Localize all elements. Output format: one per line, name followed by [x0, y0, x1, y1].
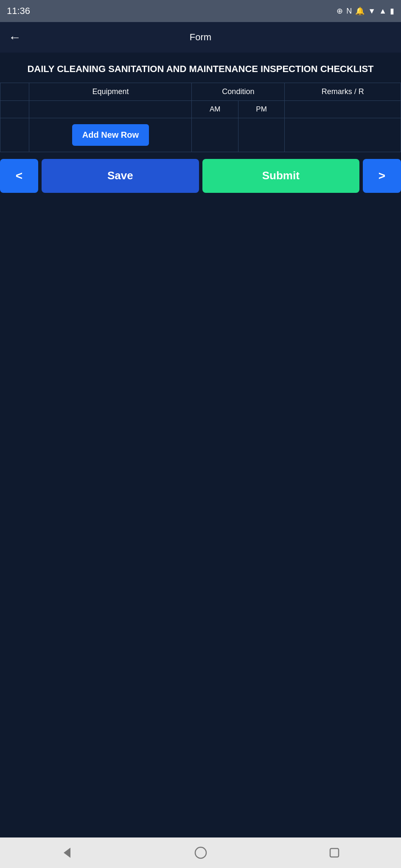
home-system-button[interactable]: [194, 846, 208, 860]
bottom-actions: < Save Submit >: [0, 152, 401, 203]
col-num-subheader: [0, 100, 29, 118]
notification-icon: 🔔: [355, 6, 365, 16]
status-bar: 11:36 ⊕ N 🔔 ▼ ▲ ▮: [0, 0, 401, 22]
status-time: 11:36: [7, 6, 30, 17]
col-equipment-header: Equipment: [29, 83, 192, 100]
col-equipment-subheader: [29, 100, 192, 118]
plus-circle-icon: ⊕: [337, 6, 343, 16]
row-am-cell: [192, 118, 238, 152]
row-num-cell: [0, 118, 29, 152]
nfc-icon: N: [346, 7, 352, 16]
form-title: DAILY CLEANING SANITATION AND MAINTENANC…: [0, 59, 401, 83]
nav-title: Form: [190, 32, 211, 43]
svg-rect-2: [330, 849, 339, 857]
prev-button[interactable]: <: [0, 159, 38, 193]
svg-point-1: [195, 847, 206, 858]
top-nav: ← Form: [0, 22, 401, 53]
col-remarks-header: Remarks / R: [285, 83, 401, 100]
col-am-header: AM: [192, 100, 238, 118]
submit-button[interactable]: Submit: [202, 159, 360, 193]
back-button[interactable]: ←: [8, 31, 21, 44]
home-circle-icon: [194, 846, 208, 860]
save-button[interactable]: Save: [42, 159, 199, 193]
next-button[interactable]: >: [363, 159, 401, 193]
add-new-row-button[interactable]: Add New Row: [72, 124, 149, 146]
back-system-button[interactable]: [60, 846, 74, 860]
table-wrapper: Equipment Condition Remarks / R AM PM Ad…: [0, 83, 401, 152]
row-equipment-cell: Add New Row: [29, 118, 192, 152]
table-row: Add New Row: [0, 118, 401, 152]
recent-square-icon: [328, 846, 341, 860]
row-remarks-cell: [285, 118, 401, 152]
svg-marker-0: [64, 848, 70, 858]
col-condition-header: Condition: [192, 83, 285, 100]
back-triangle-icon: [60, 846, 74, 860]
row-pm-cell: [238, 118, 284, 152]
col-remarks-subheader: [285, 100, 401, 118]
recent-system-button[interactable]: [328, 846, 341, 860]
inspection-table: Equipment Condition Remarks / R AM PM Ad…: [0, 83, 401, 152]
col-num-header: [0, 83, 29, 100]
col-pm-header: PM: [238, 100, 284, 118]
wifi-icon: ▼: [368, 7, 376, 16]
status-icons: ⊕ N 🔔 ▼ ▲ ▮: [337, 6, 394, 16]
main-content: DAILY CLEANING SANITATION AND MAINTENANC…: [0, 53, 401, 837]
battery-icon: ▮: [390, 6, 394, 16]
signal-icon: ▲: [379, 7, 387, 16]
system-nav-bar: [0, 837, 401, 868]
